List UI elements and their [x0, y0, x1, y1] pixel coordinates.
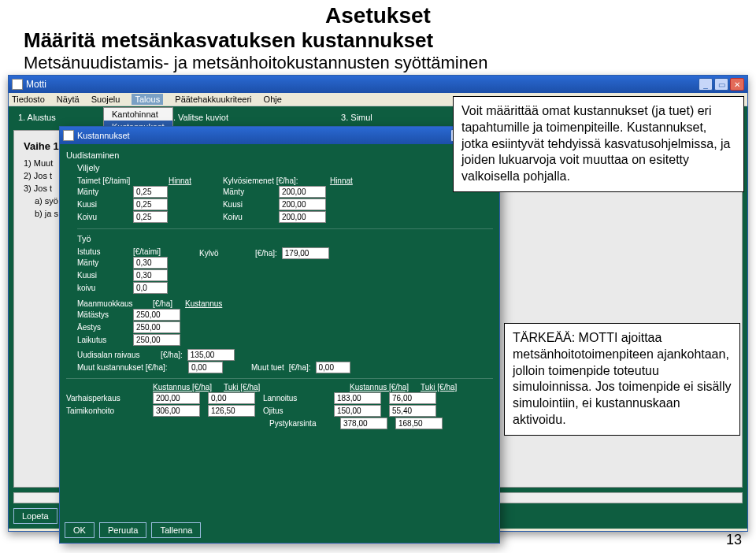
muokkaus-aestys[interactable]	[133, 321, 180, 333]
maximize-button[interactable]: ▭	[714, 78, 728, 91]
slide-title: Asetukset	[0, 0, 756, 28]
row-aestys: Äestys	[77, 323, 128, 332]
row-kuusi-1: Kuusi	[77, 200, 128, 209]
menu-nayta[interactable]: Näytä	[57, 95, 80, 104]
istutus-koivu[interactable]	[133, 282, 168, 294]
row-laikutus: Laikutus	[77, 336, 128, 344]
lbl-pystykarsinta: Pystykarsinta	[269, 419, 332, 428]
unit-etaimi: [€/taimi]	[133, 247, 161, 256]
kylvo-val[interactable]	[282, 247, 329, 259]
peruuta-button[interactable]: Peruuta	[99, 522, 147, 538]
muutk-label: Muut kustannukset [€/ha]:	[77, 363, 183, 372]
dialog-title: Kustannukset	[77, 131, 130, 140]
istutus-kuusi[interactable]	[133, 269, 168, 281]
dialog-titlebar: Kustannukset _ ▭ ✕	[60, 127, 499, 144]
menu-talous[interactable]: Talous	[132, 94, 163, 105]
step-1: 1. Alustus	[18, 113, 56, 122]
dropdown-kantohinnat[interactable]: Kantohinnat	[104, 108, 172, 121]
lannoitus-tuki[interactable]	[389, 392, 436, 404]
lbl-taimikonhoito: Taimikonhoito	[66, 406, 145, 415]
page-number: 13	[726, 532, 742, 548]
pystykarsinta-tuki[interactable]	[395, 418, 443, 429]
menu-tiedosto[interactable]: Tiedosto	[12, 95, 45, 104]
row-ist-koivu: koivu	[77, 284, 128, 292]
row-ist-kuusi: Kuusi	[77, 271, 128, 280]
callout-2: TÄRKEÄÄ: MOTTI ajoittaa metsänhoitotoime…	[504, 323, 740, 436]
kustannukset-dialog: Kustannukset _ ▭ ✕ Uudistaminen Viljely …	[59, 126, 500, 544]
close-button[interactable]: ✕	[730, 78, 744, 91]
hdr-kust-b2: Kustannus [€/ha]	[350, 383, 413, 392]
varhaisperkaus-tuki[interactable]	[208, 392, 255, 404]
hdr-hinnat-1: Hinnat	[169, 176, 191, 185]
lbl-ojitus: Ojitus	[263, 406, 326, 415]
row-matastys: Mätästys	[77, 310, 128, 319]
dialog-icon	[63, 130, 74, 141]
row-kuusi-2: Kuusi	[223, 200, 274, 209]
menu-suojelu[interactable]: Suojelu	[91, 95, 120, 104]
taimet-kuusi[interactable]	[133, 199, 168, 210]
kylvo-koivu[interactable]	[279, 211, 326, 223]
taimet-koivu[interactable]	[133, 211, 168, 223]
kylvo-label: Kylvö	[199, 249, 250, 258]
uudisalan-val[interactable]	[187, 349, 235, 361]
unit-eha-1: [€/ha]	[153, 299, 172, 308]
window-title: Motti	[26, 79, 46, 90]
bottom-grid: Kustannus [€/ha] Tuki [€/ha] Kustannus […	[66, 378, 493, 429]
step-3: 3. Simul	[341, 113, 372, 122]
minimize-button[interactable]: _	[699, 78, 713, 91]
app-icon	[12, 79, 23, 90]
row-koivu-1: Koivu	[77, 213, 128, 221]
uudisalan-unit: [€/ha]:	[161, 351, 183, 359]
muutt-val[interactable]	[316, 362, 350, 373]
sec-tyo: Työ	[77, 234, 493, 243]
pystykarsinta-kust[interactable]	[340, 418, 387, 429]
lbl-lannoitus: Lannoitus	[263, 394, 326, 403]
kylvo-kuusi[interactable]	[279, 199, 326, 210]
istutus-manty[interactable]	[133, 257, 168, 269]
callout-1: Voit määrittää omat kustannukset (ja tue…	[453, 96, 744, 192]
row-ist-manty: Mänty	[77, 258, 128, 267]
kylvo-manty[interactable]	[279, 186, 326, 198]
hdr-hinnat-2: Hinnat	[330, 176, 353, 185]
col-maanmuokkaus: Maanmuokkaus	[77, 299, 148, 308]
step-2: 2. Valitse kuviot	[169, 113, 228, 122]
muokkaus-matastys[interactable]	[133, 309, 180, 321]
col-istutus: Istutus	[77, 247, 128, 256]
dialog-body: Uudistaminen Viljely Taimet [€/taimi] Hi…	[60, 144, 499, 543]
taimikonhoito-tuki[interactable]	[208, 405, 255, 417]
slide-subtitle-2: Metsänuudistamis- ja metsänhoitokustannu…	[0, 53, 756, 73]
row-manty-2: Mänty	[223, 187, 274, 196]
ok-button[interactable]: OK	[65, 522, 94, 538]
motti-titlebar: Motti _ ▭ ✕	[9, 76, 747, 93]
lannoitus-kust[interactable]	[334, 392, 381, 404]
ojitus-kust[interactable]	[334, 405, 381, 417]
row-manty-1: Mänty	[77, 187, 128, 196]
hdr-tuki-b2: Tuki [€/ha]	[421, 383, 468, 392]
hdr-kust-b1: Kustannus [€/ha]	[153, 383, 216, 392]
muutk-val[interactable]	[188, 362, 223, 373]
col-taimet: Taimet [€/taimi]	[77, 176, 164, 185]
slide-subtitle-1: Määritä metsänkasvatuksen kustannukset	[0, 28, 756, 53]
ojitus-tuki[interactable]	[389, 405, 436, 417]
col-kylvosiem: Kylvösiemenet [€/ha]:	[223, 176, 325, 185]
sec-viljely: Viljely	[77, 163, 493, 173]
row-koivu-2: Koivu	[223, 213, 274, 221]
kylvo-unit: [€/ha]:	[255, 249, 277, 258]
muokkaus-laikutus[interactable]	[133, 334, 180, 346]
hdr-kustannus: Kustannus	[185, 299, 222, 308]
menu-ohje[interactable]: Ohje	[264, 95, 282, 104]
sec-uudistaminen: Uudistaminen	[66, 150, 493, 160]
varhaisperkaus-kust[interactable]	[153, 392, 200, 404]
taimet-manty[interactable]	[133, 186, 168, 198]
muutt-unit: [€/ha]:	[289, 363, 311, 372]
muutt-label: Muut tuet	[251, 363, 284, 372]
uudisalan-label: Uudisalan raivaus	[77, 351, 156, 359]
lbl-varhaisperkaus: Varhaisperkaus	[66, 394, 145, 403]
menu-paatehakkuu[interactable]: Päätehakkuukriteeri	[175, 95, 251, 104]
tallenna-button[interactable]: Tallenna	[151, 522, 201, 538]
taimikonhoito-kust[interactable]	[153, 405, 200, 417]
hdr-tuki-b1: Tuki [€/ha]	[224, 383, 271, 392]
lopeta-button[interactable]: Lopeta	[13, 508, 57, 524]
